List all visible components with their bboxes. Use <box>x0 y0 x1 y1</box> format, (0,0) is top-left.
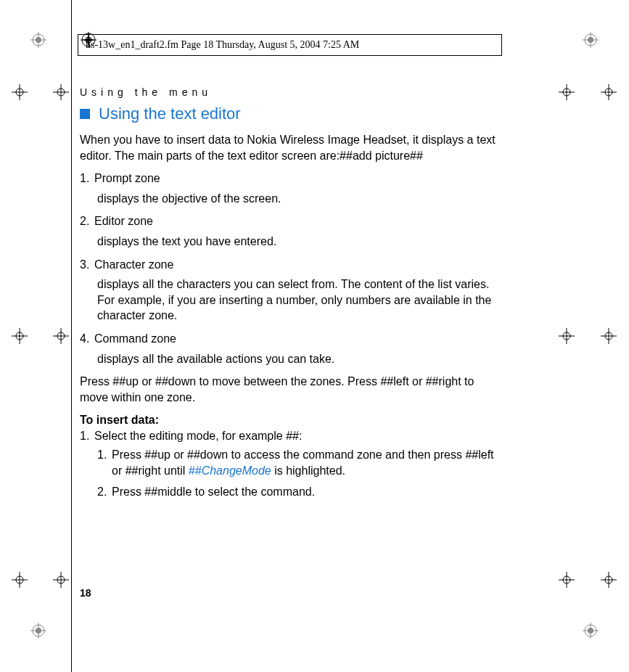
list-number: 2. <box>97 484 112 500</box>
section-header: Using the menu <box>80 86 212 98</box>
crop-mark-icon <box>559 328 575 344</box>
crop-mark-icon <box>53 84 69 100</box>
list-label: Character zone <box>94 258 173 271</box>
crop-mark-icon <box>559 84 575 100</box>
list-number: 2. <box>80 213 94 229</box>
bullet-square-icon <box>80 109 90 119</box>
guide-line <box>71 0 72 672</box>
reg-mark-icon <box>583 32 599 48</box>
intro-paragraph: When you have to insert data to Nokia Wi… <box>80 132 502 163</box>
list-number: 4. <box>80 331 94 347</box>
page-header-box: hs-13w_en1_draft2.fm Page 18 Thursday, A… <box>78 34 502 56</box>
page-header-text: hs-13w_en1_draft2.fm Page 18 Thursday, A… <box>86 39 359 50</box>
changemode-link[interactable]: ##ChangeMode <box>189 464 271 477</box>
crop-mark-icon <box>601 84 617 100</box>
list-number: 1. <box>97 447 112 478</box>
reg-mark-icon <box>30 623 46 639</box>
page-content: Using the text editor When you have to i… <box>80 102 502 506</box>
substep-text: Press ##middle to select the command. <box>112 484 315 500</box>
page-number: 18 <box>80 587 91 599</box>
list-item: 3.Character zone <box>80 257 502 273</box>
reg-mark-icon <box>30 32 46 48</box>
list-description: displays all the characters you can sele… <box>97 276 502 324</box>
insert-heading: To insert data: <box>80 414 502 427</box>
list-item: 2. Press ##middle to select the command. <box>97 484 502 500</box>
list-item: 1.Select the editing mode, for example #… <box>80 428 502 444</box>
list-item: 1. Press ##up or ##down to access the co… <box>97 447 502 478</box>
list-item: 2.Editor zone <box>80 213 502 229</box>
crop-mark-icon <box>601 328 617 344</box>
title-row: Using the text editor <box>80 105 502 123</box>
list-number: 3. <box>80 257 94 273</box>
zone-list: 1.Prompt zone displays the objective of … <box>80 171 502 366</box>
list-label: Command zone <box>94 332 176 345</box>
crop-mark-icon <box>12 84 28 100</box>
list-number: 1. <box>80 428 94 444</box>
list-item: 1.Prompt zone <box>80 171 502 187</box>
substep-list: 1. Press ##up or ##down to access the co… <box>97 447 502 500</box>
list-label: Select the editing mode, for example ##: <box>94 430 302 442</box>
list-label: Prompt zone <box>94 172 160 184</box>
list-description: displays all the available actions you c… <box>97 351 502 367</box>
substep-text: Press ##up or ##down to access the comma… <box>112 447 502 478</box>
navigation-paragraph: Press ##up or ##down to move between the… <box>80 374 502 405</box>
crop-mark-icon <box>12 572 28 588</box>
list-label: Editor zone <box>94 215 153 227</box>
crop-mark-icon <box>559 572 575 588</box>
list-description: displays the objective of the screen. <box>97 191 502 207</box>
page-title: Using the text editor <box>99 105 241 123</box>
list-number: 1. <box>80 171 94 187</box>
reg-mark-icon <box>583 623 599 639</box>
list-item: 4.Command zone <box>80 331 502 347</box>
crop-mark-icon <box>12 328 28 344</box>
crop-mark-icon <box>601 572 617 588</box>
list-description: displays the text you have entered. <box>97 234 502 250</box>
crop-mark-icon <box>53 572 69 588</box>
text-after: is highlighted. <box>271 464 345 477</box>
crop-mark-icon <box>53 328 69 344</box>
